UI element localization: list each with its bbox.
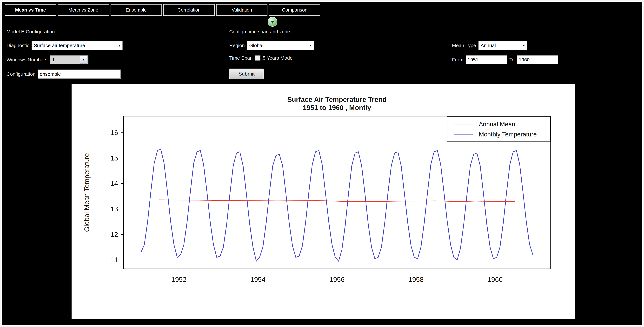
configuration-input[interactable]	[38, 69, 121, 79]
submit-button[interactable]: Submit	[229, 68, 264, 79]
from-year-input[interactable]	[466, 55, 507, 64]
region-select[interactable]: Global ▼	[247, 41, 314, 50]
configuration-label: Configuration	[6, 71, 36, 77]
svg-text:Monthly Temperature: Monthly Temperature	[479, 131, 537, 138]
to-label: To	[510, 57, 514, 62]
tab-validation[interactable]: Validation	[216, 4, 268, 15]
five-years-mode-checkbox[interactable]	[255, 55, 260, 61]
tab-correlation[interactable]: Correlation	[164, 4, 214, 15]
svg-text:15: 15	[110, 154, 118, 162]
region-value: Global	[249, 43, 264, 48]
windows-numbers-select[interactable]: 1 ▼	[50, 55, 88, 64]
app-window: Mean vs Time Mean vs Zone Ensemble Corre…	[0, 0, 644, 327]
svg-text:1952: 1952	[171, 276, 186, 283]
region-row: Region Global ▼	[229, 41, 314, 50]
mean-type-label: Mean Type	[452, 43, 476, 48]
diagnostic-select[interactable]: Surface air temperature ▼	[32, 41, 122, 50]
chevron-down-icon: ▼	[522, 44, 526, 47]
chart-title: Surface Air Temperature Trend1951 to 196…	[287, 96, 387, 111]
tabbar-divider	[2, 16, 642, 16]
diagnostic-row: Diagnostic Surface air temperature ▼	[6, 41, 122, 50]
windows-numbers-value: 1	[52, 57, 55, 62]
windows-numbers-row: Windows Numbers 1 ▼	[6, 55, 88, 64]
svg-text:1958: 1958	[408, 276, 424, 283]
svg-text:Surface Air Temperature Trend: Surface Air Temperature Trend	[287, 96, 387, 103]
mean-type-value: Annual	[480, 43, 496, 48]
chart-legend: Annual MeanMonthly Temperature	[447, 117, 550, 141]
mean-type-row: Mean Type Annual ▼	[452, 41, 527, 50]
timespan-row: Time Span 5 Years Mode	[229, 55, 292, 61]
model-config-heading: Model E Configuration:	[6, 29, 56, 34]
series-annual-mean	[159, 200, 515, 202]
configuration-row: Configuration	[6, 69, 121, 79]
svg-text:12: 12	[110, 231, 118, 238]
y-axis-label: Global Mean Temperature	[83, 153, 90, 232]
svg-text:1956: 1956	[330, 276, 344, 283]
svg-text:16: 16	[110, 129, 118, 136]
windows-numbers-label: Windows Numbers	[6, 57, 48, 62]
chevron-down-icon: ▼	[309, 44, 312, 47]
collapse-panel-button[interactable]	[268, 17, 277, 27]
svg-text:11: 11	[111, 256, 118, 264]
diagnostic-value: Surface air temperature	[34, 43, 85, 48]
svg-text:1954: 1954	[250, 276, 266, 283]
diagnostic-label: Diagnostic	[6, 43, 29, 48]
svg-text:1960: 1960	[488, 276, 502, 283]
tab-mean-vs-zone[interactable]: Mean vs Zone	[58, 4, 109, 15]
submit-row: Submit	[229, 68, 264, 79]
tab-comparison[interactable]: Comparison	[269, 4, 320, 15]
timespan-zone-heading: Configu time span and zone	[229, 29, 290, 34]
chevron-down-icon: ▼	[118, 44, 121, 47]
from-label: From	[452, 57, 463, 62]
to-year-input[interactable]	[517, 55, 558, 64]
svg-text:Annual Mean: Annual Mean	[479, 121, 515, 128]
tab-bar: Mean vs Time Mean vs Zone Ensemble Corre…	[5, 4, 320, 15]
mean-type-select[interactable]: Annual ▼	[478, 41, 527, 50]
timespan-label: Time Span	[229, 55, 253, 61]
series-monthly-temperature	[141, 149, 533, 261]
temperature-chart: Surface Air Temperature Trend1951 to 196…	[72, 84, 575, 319]
svg-text:14: 14	[110, 180, 118, 187]
five-years-mode-label: 5 Years Mode	[263, 55, 292, 61]
chevron-down-icon: ▼	[80, 56, 88, 63]
tab-ensemble[interactable]: Ensemble	[110, 4, 162, 15]
chart-panel: Surface Air Temperature Trend1951 to 196…	[72, 84, 575, 319]
tab-mean-vs-time[interactable]: Mean vs Time	[5, 4, 56, 15]
svg-text:13: 13	[110, 205, 118, 213]
region-label: Region	[229, 43, 245, 48]
chevron-down-icon	[270, 21, 274, 23]
svg-text:1951 to 1960 , Montly: 1951 to 1960 , Montly	[303, 104, 371, 111]
from-to-row: From To	[452, 55, 558, 64]
